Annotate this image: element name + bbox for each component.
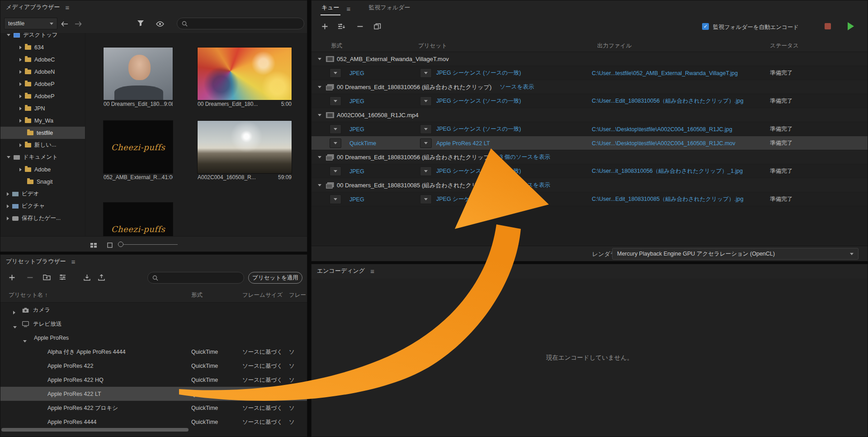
create-preset-group-icon[interactable]: [43, 274, 51, 282]
queue-encode-row[interactable]: JPEG JPEG シーケンス (ソースの一致) C:\User...\Desk…: [311, 122, 868, 136]
chevron-right-icon[interactable]: [13, 311, 15, 314]
format-dropdown[interactable]: [330, 68, 341, 78]
preset-settings-icon[interactable]: [59, 274, 66, 282]
tree-item-folder[interactable]: 新しい...: [0, 139, 85, 151]
add-output-icon[interactable]: [338, 23, 345, 32]
chevron-down-icon[interactable]: [318, 114, 321, 116]
chevron-right-icon[interactable]: [7, 217, 9, 220]
import-preset-icon[interactable]: [84, 274, 90, 283]
show-sources-link[interactable]: 4 個のソースを表示: [500, 181, 550, 189]
tree-item-folder[interactable]: Adobe: [0, 163, 85, 176]
queue-encode-row[interactable]: JPEG JPEG シーケンス (ソースの一致) C:\User...Edit_…: [311, 94, 868, 108]
format-link[interactable]: JPEG: [349, 122, 364, 136]
preset-search-input[interactable]: [147, 272, 244, 284]
stop-queue-button[interactable]: [825, 23, 831, 29]
format-link[interactable]: JPEG: [349, 94, 364, 108]
preset-row-selected[interactable]: Apple ProRes 422 LTQuickTimeソースに基づくソ: [0, 387, 307, 401]
format-dropdown[interactable]: [330, 138, 341, 148]
chevron-down-icon[interactable]: [318, 156, 321, 158]
queue-group-row[interactable]: 00 Dreamers_Edit_1808310085 (組み合わされたクリップ…: [311, 178, 868, 192]
preset-row[interactable]: Alpha 付き Apple ProRes 4444QuickTimeソースに基…: [0, 345, 307, 359]
panel-menu-icon[interactable]: ≡: [65, 4, 69, 11]
duplicate-icon[interactable]: [374, 23, 381, 32]
chevron-right-icon[interactable]: [7, 204, 9, 208]
format-link[interactable]: JPEG: [349, 192, 364, 206]
queue-group-row[interactable]: 00 Dreamers_Edit_1808310056 (組み合わされたクリップ…: [311, 80, 868, 94]
renderer-dropdown[interactable]: Mercury Playback Engine GPU アクセラレーション (O…: [612, 248, 859, 260]
output-file-link[interactable]: C:\User...it_1808310056（組み合わされたクリップ）_1.j…: [592, 164, 743, 178]
tree-item-videos[interactable]: ビデオ: [0, 188, 85, 200]
preset-link[interactable]: Apple ProRes 422 LT: [436, 136, 490, 150]
preset-row[interactable]: Apple ProRes 422QuickTimeソースに基づくソ: [0, 359, 307, 373]
preset-dropdown[interactable]: [420, 96, 432, 106]
chevron-right-icon[interactable]: [19, 168, 22, 171]
output-file-link[interactable]: C:\User...testfile\052_AMB_External_Rwan…: [592, 66, 738, 80]
format-dropdown[interactable]: [330, 124, 341, 134]
tree-item-folder[interactable]: JPN: [0, 102, 85, 114]
preset-link[interactable]: JPEG シーケンス (ソースの一致): [436, 66, 521, 80]
add-source-icon[interactable]: [321, 23, 328, 32]
export-preset-icon[interactable]: [98, 274, 105, 283]
show-source-link[interactable]: ソースを表示: [500, 83, 534, 91]
panel-menu-icon[interactable]: ≡: [71, 258, 75, 265]
location-dropdown[interactable]: testfile: [4, 18, 57, 29]
preset-link[interactable]: JPEG シーケンス (ソースの一致): [436, 94, 521, 108]
chevron-right-icon[interactable]: [19, 58, 22, 62]
preset-dropdown[interactable]: [420, 166, 432, 176]
preset-link[interactable]: JPEG シーケンス (ソースの一致): [436, 192, 521, 206]
tree-item-folder[interactable]: AdobeP: [0, 90, 85, 102]
zoom-slider-knob[interactable]: [118, 242, 123, 247]
output-file-link[interactable]: C:\User...Edit_1808310085（組み合わされたクリップ）.j…: [592, 192, 743, 206]
tree-item-saved-games[interactable]: 保存したゲー...: [0, 212, 85, 224]
remove-icon[interactable]: [357, 23, 363, 32]
preset-dropdown[interactable]: [420, 68, 432, 78]
panel-menu-icon[interactable]: ≡: [370, 268, 374, 275]
delete-preset-icon[interactable]: [27, 274, 33, 283]
output-file-link[interactable]: C:\User...\Desktop\testfile\A002C004_160…: [592, 136, 736, 150]
output-file-link[interactable]: C:\User...\Desktop\testfile\A002C004_160…: [592, 122, 732, 136]
queue-group-row[interactable]: 00 Dreamers_Edit_1808310056 (組み合わされたクリップ…: [311, 150, 868, 164]
queue-encode-row-selected[interactable]: QuickTime Apple ProRes 422 LT C:\User...…: [311, 136, 868, 150]
thumbnail-cheezi-video-2[interactable]: Cheezi-puffs: [104, 203, 173, 236]
tab-watch-folders[interactable]: 監視フォルダー: [368, 0, 411, 16]
single-view-icon[interactable]: [107, 242, 113, 250]
thumbnail-cheezi-video[interactable]: Cheezi-puffs: [104, 121, 173, 173]
chevron-right-icon[interactable]: [19, 82, 22, 86]
chevron-down-icon[interactable]: [318, 86, 321, 88]
thumbnail-panorama-video[interactable]: [198, 121, 292, 173]
chevron-down-icon[interactable]: [7, 34, 10, 36]
format-link[interactable]: QuickTime: [349, 136, 376, 150]
tree-item-pictures[interactable]: ピクチャ: [0, 200, 85, 212]
create-preset-icon[interactable]: [9, 274, 15, 283]
format-dropdown[interactable]: [330, 195, 341, 204]
preset-row[interactable]: Apple ProRes 422 HQQuickTimeソースに基づくソ: [0, 373, 307, 387]
preset-dropdown[interactable]: [420, 124, 432, 134]
apply-preset-button[interactable]: プリセットを適用: [248, 272, 302, 284]
chevron-down-icon[interactable]: [7, 156, 10, 158]
queue-group-row[interactable]: A002C004_160508_R1JC.mp4: [311, 108, 868, 122]
chevron-right-icon[interactable]: [7, 192, 9, 196]
preset-group-apple-prores[interactable]: Apple ProRes: [0, 331, 307, 345]
chevron-right-icon[interactable]: [19, 119, 22, 123]
forward-icon[interactable]: [75, 20, 82, 28]
media-search-input[interactable]: [177, 18, 304, 29]
zoom-slider-track[interactable]: [122, 244, 178, 245]
preset-group-camera[interactable]: カメラ: [0, 303, 307, 317]
chevron-down-icon[interactable]: [23, 340, 27, 342]
tree-item-folder[interactable]: My_Wa: [0, 114, 85, 127]
auto-encode-checkbox[interactable]: [702, 23, 709, 30]
format-link[interactable]: JPEG: [349, 164, 364, 178]
format-link[interactable]: JPEG: [349, 66, 364, 80]
queue-group-row[interactable]: 052_AMB_External_Rwanda_VillageT.mov: [311, 52, 868, 66]
grid-view-icon[interactable]: [90, 242, 97, 250]
show-sources-link[interactable]: 3 個のソースを表示: [500, 153, 550, 161]
tree-item-folder[interactable]: AdobeC: [0, 53, 85, 66]
tree-item-folder[interactable]: AdobeP: [0, 78, 85, 90]
start-queue-button[interactable]: [848, 22, 854, 30]
preset-dropdown[interactable]: [420, 195, 432, 204]
queue-encode-row[interactable]: JPEG JPEG シーケンス (ソースの一致) C:\User...Edit_…: [311, 192, 868, 206]
column-frame-rate[interactable]: フレー: [289, 291, 306, 299]
panel-menu-icon[interactable]: ≡: [347, 5, 351, 12]
tree-item-folder[interactable]: 634: [0, 41, 85, 53]
queue-encode-row[interactable]: JPEG JPEG シーケンス (ソースの一致) C:\User...it_18…: [311, 164, 868, 178]
